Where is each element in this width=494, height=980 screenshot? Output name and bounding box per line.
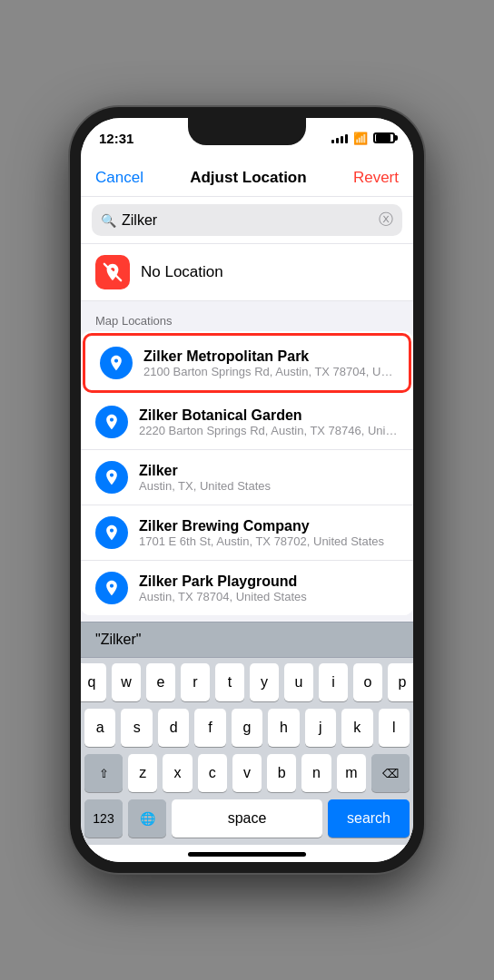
key-c[interactable]: c — [198, 754, 227, 792]
key-v[interactable]: v — [232, 754, 262, 792]
location-name-2: Zilker — [139, 463, 399, 479]
key-w[interactable]: w — [112, 663, 141, 701]
search-icon: 🔍 — [101, 213, 116, 228]
keyboard-suggestion: "Zilker" — [95, 632, 141, 648]
navigation-header: Cancel Adjust Location Revert — [81, 158, 413, 197]
pin-svg-2 — [103, 468, 121, 486]
home-bar — [188, 852, 306, 857]
location-address-3: 1701 E 6th St, Austin, TX 78702, United … — [139, 534, 399, 548]
keyboard-rows: q w e r t y u i o p a s — [81, 658, 413, 796]
pin-svg-3 — [103, 524, 121, 542]
location-address-1: 2220 Barton Springs Rd, Austin, TX 78746… — [139, 424, 399, 437]
search-bar[interactable]: 🔍 Zilker ⓧ — [92, 204, 402, 236]
keyboard: "Zilker" q w e r t y u i o p — [81, 622, 413, 845]
pin-svg-0 — [107, 354, 125, 372]
key-j[interactable]: j — [305, 709, 336, 747]
search-input[interactable]: Zilker — [122, 212, 373, 229]
wifi-icon: 📶 — [353, 132, 368, 145]
location-text-0: Zilker Metropolitan Park 2100 Barton Spr… — [143, 348, 394, 378]
key-f[interactable]: f — [194, 709, 225, 747]
key-q[interactable]: q — [81, 663, 106, 701]
key-n[interactable]: n — [301, 754, 331, 792]
key-x[interactable]: x — [163, 754, 192, 792]
location-name-1: Zilker Botanical Garden — [139, 407, 399, 424]
app-content: Cancel Adjust Location Revert 🔍 Zilker ⓧ — [81, 158, 413, 862]
location-item-1[interactable]: Zilker Botanical Garden 2220 Barton Spri… — [81, 395, 413, 450]
key-g[interactable]: g — [232, 709, 262, 747]
status-time: 12:31 — [99, 131, 133, 146]
location-pin-icon-1 — [95, 406, 128, 438]
home-indicator — [81, 845, 413, 862]
scroll-content: 🔍 Zilker ⓧ No Location — [81, 197, 413, 622]
key-l[interactable]: l — [379, 709, 410, 747]
location-item-3[interactable]: Zilker Brewing Company 1701 E 6th St, Au… — [81, 505, 413, 561]
location-text-3: Zilker Brewing Company 1701 E 6th St, Au… — [139, 518, 399, 548]
key-b[interactable]: b — [267, 754, 296, 792]
keyboard-row-2: a s d f g h j k l — [84, 709, 410, 747]
location-item-4[interactable]: Zilker Park Playground Austin, TX 78704,… — [81, 561, 413, 615]
num-key[interactable]: 123 — [84, 799, 123, 838]
key-e[interactable]: e — [146, 663, 175, 701]
search-clear-button[interactable]: ⓧ — [379, 211, 393, 230]
signal-bars-icon — [331, 132, 348, 143]
location-address-4: Austin, TX 78704, United States — [139, 590, 399, 603]
key-i[interactable]: i — [319, 663, 348, 701]
backspace-key[interactable]: ⌫ — [371, 754, 410, 792]
location-name-4: Zilker Park Playground — [139, 573, 399, 590]
search-key[interactable]: search — [328, 799, 410, 838]
location-pin-icon-2 — [95, 461, 128, 494]
key-y[interactable]: y — [250, 663, 279, 701]
key-p[interactable]: p — [388, 663, 413, 701]
shift-key[interactable]: ⇧ — [84, 754, 123, 792]
cancel-button[interactable]: Cancel — [95, 169, 143, 187]
key-h[interactable]: h — [268, 709, 299, 747]
key-t[interactable]: t — [215, 663, 244, 701]
location-text-1: Zilker Botanical Garden 2220 Barton Spri… — [139, 407, 399, 437]
location-item-0[interactable]: Zilker Metropolitan Park 2100 Barton Spr… — [83, 333, 411, 393]
key-z[interactable]: z — [128, 754, 157, 792]
map-locations-section-header: Map Locations — [81, 309, 413, 331]
location-name-3: Zilker Brewing Company — [139, 518, 399, 534]
battery-icon — [373, 132, 395, 143]
no-location-row[interactable]: No Location — [81, 244, 413, 301]
location-text-4: Zilker Park Playground Austin, TX 78704,… — [139, 573, 399, 603]
no-location-svg — [103, 262, 123, 282]
space-key[interactable]: space — [172, 799, 322, 838]
pin-svg-4 — [103, 579, 121, 597]
keyboard-bottom-row: 123 🌐 space search — [81, 796, 413, 845]
status-icons: 📶 — [331, 132, 395, 145]
keyboard-row-1: q w e r t y u i o p — [84, 663, 410, 701]
key-d[interactable]: d — [158, 709, 189, 747]
key-u[interactable]: u — [284, 663, 313, 701]
no-location-label: No Location — [141, 263, 223, 281]
page-title: Adjust Location — [190, 169, 306, 187]
notch — [188, 118, 306, 145]
key-r[interactable]: r — [181, 663, 210, 701]
revert-button[interactable]: Revert — [353, 169, 399, 187]
location-address-2: Austin, TX, United States — [139, 479, 399, 493]
key-k[interactable]: k — [341, 709, 372, 747]
location-item-2[interactable]: Zilker Austin, TX, United States — [81, 450, 413, 505]
emoji-key[interactable]: 🌐 — [128, 799, 166, 838]
key-s[interactable]: s — [121, 709, 152, 747]
search-bar-container: 🔍 Zilker ⓧ — [81, 197, 413, 244]
location-pin-icon-4 — [95, 572, 128, 604]
keyboard-row-3: ⇧ z x c v b n m ⌫ — [84, 754, 410, 792]
phone-frame: 12:31 📶 Cancel Adjust Location R — [70, 107, 424, 873]
location-text-2: Zilker Austin, TX, United States — [139, 463, 399, 493]
location-address-0: 2100 Barton Springs Rd, Austin, TX 78704… — [143, 365, 394, 378]
key-m[interactable]: m — [337, 754, 366, 792]
location-list: Zilker Metropolitan Park 2100 Barton Spr… — [81, 331, 413, 615]
phone-screen: 12:31 📶 Cancel Adjust Location R — [81, 118, 413, 862]
pin-svg-1 — [103, 413, 121, 431]
key-o[interactable]: o — [353, 663, 382, 701]
location-pin-icon-3 — [95, 516, 128, 549]
key-a[interactable]: a — [84, 709, 115, 747]
no-location-icon — [95, 255, 130, 289]
location-name-0: Zilker Metropolitan Park — [143, 348, 394, 365]
keyboard-suggestion-bar: "Zilker" — [81, 622, 413, 658]
location-pin-icon-0 — [100, 347, 133, 379]
